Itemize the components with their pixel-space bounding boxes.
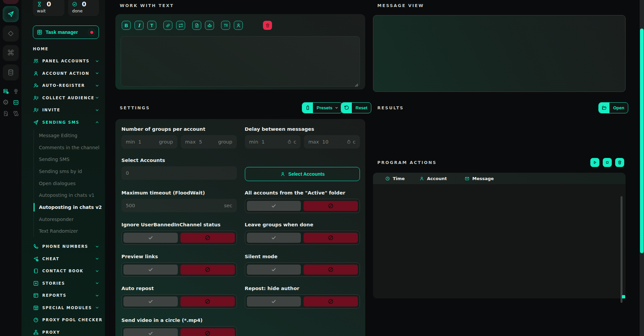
sidebar-item-auto-register[interactable]: AUTO-REGISTER: [33, 79, 105, 92]
delay-max-input[interactable]: max10 c: [304, 135, 360, 149]
presets-button[interactable]: Presets: [302, 102, 342, 113]
chevron-down-icon: [95, 281, 99, 285]
text-format-button[interactable]: [221, 21, 230, 30]
toggle-off-segment[interactable]: [180, 296, 235, 306]
sidebar-item-home[interactable]: HOME: [33, 47, 49, 51]
work-with-text-title: WORK WITH TEXT: [120, 3, 174, 8]
sidebar-subitem-autoposting-in-chats-v1[interactable]: Autoposting in chats v1: [39, 189, 105, 201]
reset-button[interactable]: Reset: [341, 102, 371, 113]
toggle-on-segment[interactable]: [123, 328, 178, 336]
sidebar-subitem-text-randomizer[interactable]: Text Randomizer: [39, 225, 105, 237]
sidebar-subitem-sending-sms[interactable]: Sending SMS: [39, 153, 105, 165]
sidebar-item-invite[interactable]: INVITE: [33, 104, 105, 116]
users-icon: [33, 58, 39, 64]
task-manager-button[interactable]: Task manager: [33, 25, 99, 39]
file-down-button[interactable]: [192, 21, 201, 30]
rail-mini-doc-check[interactable]: [2, 110, 9, 117]
groups-max-input[interactable]: max5 group: [181, 135, 237, 149]
groups-min-input[interactable]: min1 group: [121, 135, 177, 149]
toggle-off-segment[interactable]: [180, 328, 235, 336]
sidebar-item-phone-numbers[interactable]: PHONE NUMBERS: [33, 240, 105, 253]
panel-scrollbar[interactable]: [621, 196, 623, 303]
rail-button-command[interactable]: ⌘: [3, 45, 19, 61]
toggle-off-segment[interactable]: [304, 265, 358, 275]
panel-resize-handle[interactable]: [622, 295, 625, 298]
block-icon: [205, 235, 211, 241]
robot-icon: [207, 23, 212, 28]
toggle-off-segment[interactable]: [180, 265, 235, 275]
rail-mini-swap[interactable]: [12, 110, 19, 117]
sidebar-item-collect-audience[interactable]: COLLECT AUDIENCE: [33, 92, 105, 104]
delete-button[interactable]: [615, 158, 624, 167]
sidebar-item-reports[interactable]: REPORTS: [33, 289, 105, 302]
sidebar-subitem-open-dialogues[interactable]: Open dialogues: [39, 177, 105, 189]
toggle-off-segment[interactable]: [304, 233, 358, 243]
textarea-resize-handle[interactable]: [355, 82, 358, 85]
sidebar-subitem-autoposting-in-chats-v2[interactable]: Autoposting in chats v2: [39, 201, 105, 213]
toggle-ignore-banned: [121, 231, 237, 245]
chevron-down-icon: [95, 269, 99, 273]
user-button[interactable]: [234, 21, 243, 30]
sidebar-subitem-autoresponder[interactable]: Autoresponder: [39, 213, 105, 225]
sidebar-subitem-message-editing[interactable]: Message Editing: [39, 129, 105, 142]
toggle-on-segment[interactable]: [247, 233, 301, 243]
sidebar-item-account-action[interactable]: ACCOUNT ACTION: [33, 67, 105, 80]
reset-label: Reset: [356, 105, 367, 110]
sidebar-subitem-comments-in-the-channel[interactable]: Comments in the channel: [39, 142, 105, 154]
toggle-on-segment[interactable]: [247, 201, 301, 211]
sidebar-item-stories[interactable]: STORIES: [33, 277, 105, 290]
title-icon: T: [150, 23, 153, 28]
mail-icon: [465, 176, 470, 181]
toggle-off-segment[interactable]: [304, 201, 358, 211]
italic-button[interactable]: I: [135, 21, 144, 30]
program-actions-title: PROGRAM ACTIONS: [377, 160, 437, 165]
toggle-on-segment[interactable]: [123, 265, 178, 275]
accounts-count-input[interactable]: 0: [121, 166, 237, 180]
timeout-input[interactable]: 500 sec: [121, 199, 237, 212]
rail-mini-server-check[interactable]: [2, 88, 9, 95]
stop-button[interactable]: [603, 158, 612, 167]
red-dot: [90, 31, 93, 34]
user-list-icon: [33, 107, 39, 113]
sidebar-subitem-sending-sms-by-id[interactable]: Sending sms by id: [39, 165, 105, 177]
program-actions-panel: Time Account Message: [373, 173, 626, 298]
sidebar-item-contact-book[interactable]: CONTACT BOOK: [33, 265, 105, 277]
rail-button-hidden[interactable]: [3, 0, 19, 4]
server-check-icon: [3, 88, 9, 95]
toggle-on-segment[interactable]: [247, 296, 301, 306]
message-textarea[interactable]: [121, 36, 360, 87]
rail-mini-code-box[interactable]: [12, 99, 19, 106]
toggle-on-segment[interactable]: [123, 233, 178, 243]
sidebar-item-special-modules[interactable]: SPECIAL MODULES: [33, 302, 105, 314]
bold-button[interactable]: B: [122, 21, 131, 30]
rail-button-send[interactable]: [3, 6, 19, 22]
gear-icon: ⚙: [3, 99, 9, 106]
rail-button-diamond[interactable]: [3, 25, 19, 42]
user-icon: [236, 23, 241, 28]
robot-button[interactable]: [205, 21, 214, 30]
link-button[interactable]: [163, 21, 172, 30]
sidebar-item-proxy[interactable]: PROXY: [33, 326, 105, 336]
sidebar-item-proxy-pool-checker[interactable]: PROXY POOL CHECKER: [33, 314, 105, 326]
repeat-button[interactable]: [176, 21, 185, 30]
delete-text-button[interactable]: [263, 21, 272, 30]
sidebar-item-sending-sms[interactable]: SENDING SMS: [33, 116, 105, 129]
toggle-off-segment[interactable]: [180, 233, 235, 243]
sidebar-item-cheat[interactable]: CHEAT: [33, 253, 105, 265]
title-button[interactable]: T: [147, 21, 156, 30]
sidebar-item-panel-accounts[interactable]: PANEL ACCOUNTS: [33, 55, 105, 67]
open-button[interactable]: Open: [598, 102, 628, 113]
page-scrollbar-thumb[interactable]: [640, 29, 644, 253]
select-accounts-button[interactable]: Select Accounts: [245, 167, 360, 181]
toggle-on-segment[interactable]: [247, 265, 301, 275]
rail-mini-webcam[interactable]: [12, 88, 19, 95]
rail-button-database[interactable]: [3, 64, 19, 80]
toggle-on-segment[interactable]: [123, 296, 178, 306]
delay-min-input[interactable]: min1 c: [245, 135, 301, 149]
page-scrollbar-track[interactable]: [640, 0, 644, 336]
delay-between-messages-field: Delay between messages min1 c max10 c: [245, 126, 360, 149]
check-icon: [148, 330, 154, 336]
play-button[interactable]: [590, 158, 599, 167]
rail-mini-gear[interactable]: ⚙: [2, 99, 9, 106]
toggle-off-segment[interactable]: [304, 296, 358, 306]
